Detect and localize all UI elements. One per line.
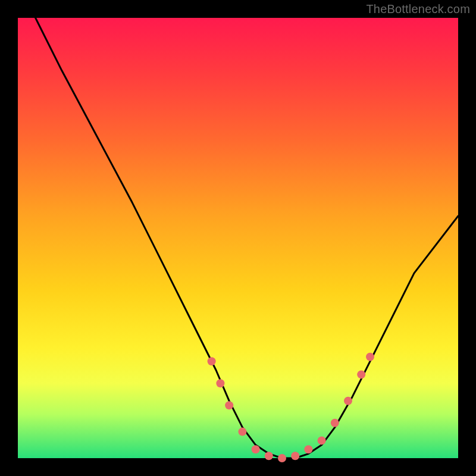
plot-area [18,18,458,458]
data-point-marker [304,445,312,453]
data-point-marker [344,397,352,405]
data-point-marker [225,401,233,409]
marker-group [208,353,374,462]
data-point-marker [291,452,299,460]
chart-frame: TheBottleneck.com [0,0,476,476]
data-point-marker [238,428,246,436]
data-point-marker [208,357,216,365]
data-point-marker [366,353,374,361]
data-point-marker [357,370,365,378]
data-point-marker [331,419,339,427]
data-point-marker [265,452,273,460]
data-point-marker [318,436,326,444]
data-point-marker [216,379,224,387]
watermark-text: TheBottleneck.com [366,2,470,16]
data-point-marker [278,454,286,462]
curve-line [36,18,458,458]
data-point-marker [252,445,260,453]
chart-svg [18,18,458,458]
